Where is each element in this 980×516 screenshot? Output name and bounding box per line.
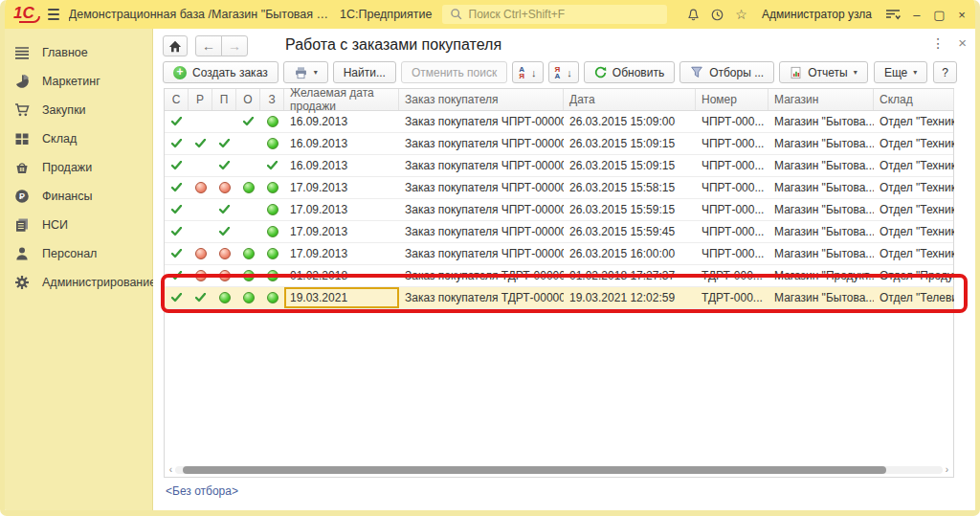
table-cell[interactable]: Магазин "Бытова...: [768, 243, 874, 264]
filters-button[interactable]: Отборы ...: [679, 61, 774, 83]
table-cell[interactable]: ЧПРТ-000...: [696, 111, 768, 132]
table-cell[interactable]: ЧПРТ-000...: [696, 177, 768, 198]
table-cell[interactable]: 16.09.2013: [284, 133, 399, 154]
horizontal-scrollbar[interactable]: ‹ ›: [167, 465, 951, 475]
table-row[interactable]: 16.09.2013Заказ покупателя ЧПРТ-00000...…: [165, 155, 953, 177]
table-cell[interactable]: Заказ покупателя ЧПРТ-00000...: [399, 111, 564, 132]
status-column-header[interactable]: Р: [189, 89, 212, 110]
table-cell[interactable]: Заказ покупателя ЧПРТ-00000...: [399, 133, 564, 154]
print-button[interactable]: ▾: [283, 61, 328, 83]
table-cell[interactable]: 01.02.2018 17:27:37: [564, 265, 696, 286]
forward-button[interactable]: →: [221, 35, 248, 56]
table-cell[interactable]: Отдел "Телевизо: [874, 287, 954, 308]
status-column-header[interactable]: С: [165, 89, 189, 110]
sort-descending-button[interactable]: ЯА↓: [548, 61, 579, 83]
table-cell[interactable]: Магазин "Бытова...: [768, 199, 874, 220]
sidebar-item-nsi[interactable]: НСИ: [0, 211, 152, 239]
sidebar-item-prodazhi[interactable]: Продажи: [0, 153, 152, 182]
sidebar-item-sklad[interactable]: Склад: [0, 124, 152, 153]
refresh-button[interactable]: Обновить: [584, 61, 675, 83]
sidebar-item-personal[interactable]: Персонал: [0, 239, 152, 268]
table-cell[interactable]: 17.09.2013: [284, 243, 399, 264]
history-icon[interactable]: [710, 5, 724, 24]
table-cell[interactable]: Магазин "Бытова...: [768, 111, 874, 132]
table-cell[interactable]: Магазин "Бытова...: [768, 177, 874, 198]
status-column-header[interactable]: П: [212, 89, 236, 110]
sidebar-item-administrirovanie[interactable]: Администрирование: [0, 268, 152, 297]
table-cell[interactable]: ЧПРТ-000...: [696, 133, 768, 154]
scrollbar-thumb[interactable]: [183, 466, 886, 474]
table-cell[interactable]: ЧПРТ-000...: [696, 199, 768, 220]
table-cell[interactable]: Заказ покупателя ТДРТ-000001...: [399, 265, 564, 286]
table-row[interactable]: 16.09.2013Заказ покупателя ЧПРТ-00000...…: [165, 133, 953, 155]
main-menu-icon[interactable]: [48, 9, 59, 20]
sort-ascending-button[interactable]: АЯ↓: [512, 61, 543, 83]
current-user[interactable]: Администратор узла: [762, 8, 872, 21]
sidebar-item-zakupki[interactable]: Закупки: [0, 96, 152, 124]
table-cell[interactable]: 01.02.2018: [284, 265, 399, 286]
table-cell[interactable]: Отдел "Техника д: [874, 243, 954, 264]
table-cell[interactable]: Отдел "Продукт...: [874, 265, 954, 286]
scrollbar-track[interactable]: [175, 466, 943, 474]
table-cell[interactable]: 16.09.2013: [284, 111, 399, 132]
table-cell[interactable]: 26.03.2015 16:00:00: [564, 243, 696, 264]
table-cell[interactable]: Магазин "Бытова...: [768, 133, 874, 154]
minimize-button[interactable]: –: [910, 8, 924, 22]
status-column-header[interactable]: З: [260, 89, 284, 110]
column-header[interactable]: Желаемая дата продажи: [284, 89, 399, 110]
table-cell[interactable]: 26.03.2015 15:59:45: [564, 221, 696, 242]
table-cell[interactable]: ЧПРТ-000...: [696, 243, 768, 264]
table-cell[interactable]: 17.09.2013: [284, 177, 399, 198]
table-cell[interactable]: 19.03.2021 12:02:59: [564, 287, 696, 308]
table-cell[interactable]: Заказ покупателя ЧПРТ-00000...: [399, 221, 564, 242]
panel-menu-kebab-icon[interactable]: ⋮: [931, 35, 945, 51]
table-row[interactable]: 17.09.2013Заказ покупателя ЧПРТ-00000...…: [165, 177, 953, 199]
table-cell[interactable]: Магазин "Бытова...: [768, 155, 874, 176]
table-cell[interactable]: Отдел "Техника д: [874, 111, 954, 132]
table-cell[interactable]: 17.09.2013: [284, 221, 399, 242]
table-cell[interactable]: Магазин "Бытова...: [768, 287, 874, 308]
table-row[interactable]: 16.09.2013Заказ покупателя ЧПРТ-00000...…: [165, 111, 953, 133]
column-header[interactable]: Номер: [696, 89, 768, 110]
table-cell[interactable]: ЧПРТ-000...: [696, 221, 768, 242]
close-button[interactable]: ×: [955, 8, 969, 22]
table-row[interactable]: 19.03.2021Заказ покупателя ТДРТ-000001..…: [165, 287, 953, 309]
table-cell[interactable]: ТДРТ-000...: [696, 265, 768, 286]
more-button[interactable]: Еще▾: [874, 61, 927, 83]
table-cell[interactable]: Магазин "Бытова...: [768, 221, 874, 242]
table-cell[interactable]: 26.03.2015 15:09:00: [564, 111, 696, 132]
back-button[interactable]: ←: [195, 35, 222, 56]
column-header[interactable]: Дата: [564, 89, 696, 110]
table-cell[interactable]: ЧПРТ-000...: [696, 155, 768, 176]
table-cell[interactable]: Заказ покупателя ЧПРТ-00000...: [399, 177, 564, 198]
view-settings-icon[interactable]: [885, 5, 901, 24]
status-column-header[interactable]: О: [236, 89, 260, 110]
search-input[interactable]: [469, 8, 659, 21]
table-cell[interactable]: Отдел "Техника д: [874, 199, 954, 220]
maximize-button[interactable]: ▢: [933, 8, 947, 22]
reports-button[interactable]: Отчеты▾: [779, 61, 868, 83]
sidebar-item-glavnoe[interactable]: Главное: [0, 38, 152, 67]
table-cell[interactable]: 26.03.2015 15:59:15: [564, 199, 696, 220]
table-cell[interactable]: 26.03.2015 15:58:15: [564, 177, 696, 198]
table-cell[interactable]: Магазин "Продукт...: [768, 265, 874, 286]
column-header[interactable]: Заказ покупателя: [399, 89, 564, 110]
table-cell[interactable]: Заказ покупателя ЧПРТ-00000...: [399, 243, 564, 264]
table-row[interactable]: 01.02.2018Заказ покупателя ТДРТ-000001..…: [165, 265, 953, 287]
home-button[interactable]: [163, 35, 188, 56]
sidebar-item-marketing[interactable]: Маркетинг: [0, 67, 152, 96]
table-cell[interactable]: Заказ покупателя ТДРТ-000001...: [399, 287, 564, 308]
table-cell[interactable]: 19.03.2021: [284, 287, 399, 308]
table-row[interactable]: 17.09.2013Заказ покупателя ЧПРТ-00000...…: [165, 199, 953, 221]
scroll-right-icon[interactable]: ›: [943, 465, 951, 475]
table-cell[interactable]: Отдел "Техника д: [874, 155, 954, 176]
table-cell[interactable]: 17.09.2013: [284, 199, 399, 220]
table-cell[interactable]: Заказ покупателя ЧПРТ-00000...: [399, 199, 564, 220]
scroll-left-icon[interactable]: ‹: [167, 465, 175, 475]
table-cell[interactable]: 26.03.2015 15:09:15: [564, 133, 696, 154]
table-cell[interactable]: ТДРТ-000...: [696, 287, 768, 308]
table-cell[interactable]: 26.03.2015 15:09:15: [564, 155, 696, 176]
favorites-star-icon[interactable]: ☆: [734, 5, 748, 24]
help-button[interactable]: ?: [933, 61, 957, 83]
sidebar-item-finansy[interactable]: PФинансы: [0, 182, 152, 211]
